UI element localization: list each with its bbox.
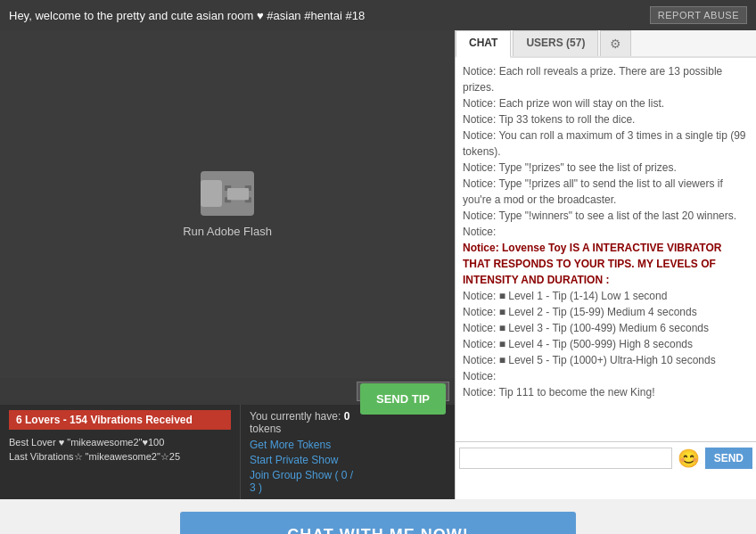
join-group-show-link[interactable]: Join Group Show ( 0 / 3 ) bbox=[250, 469, 360, 494]
chat-messages: Notice: Each roll reveals a prize. There… bbox=[456, 58, 756, 441]
right-panel: CHAT USERS (57) ⚙ Notice: Each roll reve… bbox=[455, 30, 756, 499]
tokens-line: You currently have: 0 tokens bbox=[250, 410, 360, 435]
video-area: Run Adobe Flash bbox=[0, 30, 455, 378]
chat-message: Notice: You can roll a maximum of 3 time… bbox=[463, 127, 749, 160]
chat-message: Notice: ■ Level 1 - Tip (1-14) Low 1 sec… bbox=[463, 288, 749, 304]
action-links: Get More Tokens Start Private Show Join … bbox=[250, 439, 360, 494]
chat-input[interactable] bbox=[459, 448, 672, 469]
get-more-tokens-link[interactable]: Get More Tokens bbox=[250, 439, 360, 451]
tab-users[interactable]: USERS (57) bbox=[513, 30, 598, 56]
token-count: 0 bbox=[344, 410, 350, 423]
welcome-message: Hey, welcome to the pretty and cute asia… bbox=[9, 9, 650, 22]
left-panel: Run Adobe Flash MORE SHOWS 6 Lovers - 15… bbox=[0, 30, 455, 499]
tokens-text: You currently have: bbox=[250, 410, 341, 423]
run-flash-label[interactable]: Run Adobe Flash bbox=[183, 225, 272, 238]
chat-message: Notice: bbox=[463, 224, 749, 240]
chat-message: Notice: Type "!winners" to see a list of… bbox=[463, 208, 749, 224]
send-button[interactable]: SEND bbox=[705, 448, 752, 469]
top-bar: Hey, welcome to the pretty and cute asia… bbox=[0, 0, 756, 30]
chat-message: Notice: Each roll reveals a prize. There… bbox=[463, 63, 749, 95]
chat-tabs: CHAT USERS (57) ⚙ bbox=[456, 30, 756, 58]
chat-message: Notice: ■ Level 4 - Tip (500-999) High 8… bbox=[463, 336, 749, 352]
main-container: Run Adobe Flash MORE SHOWS 6 Lovers - 15… bbox=[0, 30, 756, 499]
chat-message: Notice: ■ Level 2 - Tip (15-99) Medium 4… bbox=[463, 304, 749, 320]
chat-message: Notice: Type "!prizes all" to send the l… bbox=[463, 176, 749, 208]
emoji-button[interactable]: 😊 bbox=[676, 446, 702, 471]
chat-message: Notice: Each prize won will stay on the … bbox=[463, 95, 749, 111]
send-tip-button[interactable]: SEND TIP bbox=[360, 383, 446, 415]
svg-rect-5 bbox=[227, 188, 249, 200]
chat-message: Notice: ■ Level 5 - Tip (1000+) Ultra-Hi… bbox=[463, 352, 749, 368]
chat-cta-button[interactable]: CHAT WITH ME NOW! bbox=[180, 512, 576, 534]
lovers-bar: 6 Lovers - 154 Vibrations Received bbox=[9, 410, 231, 430]
chat-message: Notice: Lovense Toy IS A INTERACTIVE VIB… bbox=[463, 240, 749, 288]
cta-bar: CHAT WITH ME NOW! bbox=[0, 499, 756, 534]
tokens-suffix: tokens bbox=[250, 423, 281, 435]
report-abuse-button[interactable]: REPORT ABUSE bbox=[650, 6, 747, 24]
bottom-info: 6 Lovers - 154 Vibrations Received Best … bbox=[0, 405, 455, 499]
last-vibration-line: Last Vibrations☆ "mikeawesome2"☆25 bbox=[9, 449, 231, 464]
chat-message: Notice: Type "!prizes" to see the list o… bbox=[463, 160, 749, 176]
chat-message: Notice: bbox=[463, 368, 749, 384]
tokens-row: You currently have: 0 tokens Get More To… bbox=[250, 410, 446, 494]
gear-icon[interactable]: ⚙ bbox=[600, 30, 631, 56]
start-private-show-link[interactable]: Start Private Show bbox=[250, 454, 360, 466]
tab-chat[interactable]: CHAT bbox=[456, 30, 511, 58]
left-info: 6 Lovers - 154 Vibrations Received Best … bbox=[0, 405, 241, 499]
chat-message: Notice: Tip 111 to become the new King! bbox=[463, 384, 749, 400]
best-lover-line: Best Lover ♥ "mikeawesome2"♥100 bbox=[9, 435, 231, 449]
chat-message: Notice: ■ Level 3 - Tip (100-499) Medium… bbox=[463, 320, 749, 336]
flash-icon bbox=[201, 171, 254, 216]
right-info: You currently have: 0 tokens Get More To… bbox=[241, 405, 455, 499]
chat-message: Notice: Tip 33 tokens to roll the dice. bbox=[463, 111, 749, 127]
chat-input-area: 😊 SEND bbox=[456, 441, 756, 474]
